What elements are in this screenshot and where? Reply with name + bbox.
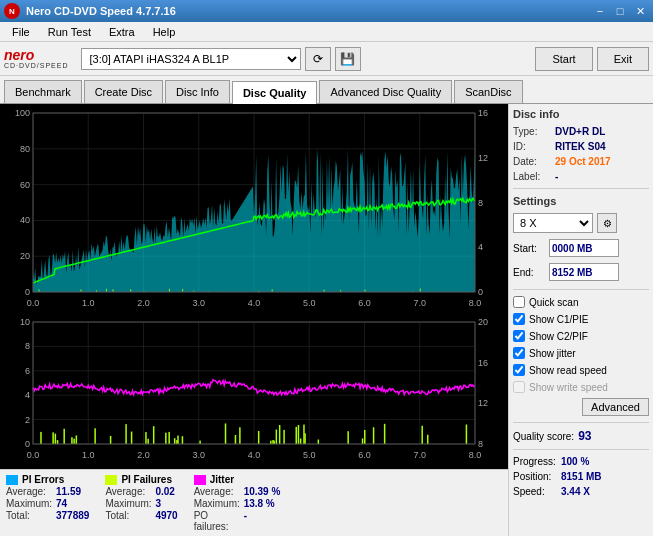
- tab-scan-disc[interactable]: ScanDisc: [454, 80, 522, 103]
- pi-errors-total-value: 377889: [56, 510, 89, 521]
- show-c1-pie-label: Show C1/PIE: [529, 314, 588, 325]
- show-write-speed-label: Show write speed: [529, 382, 608, 393]
- divider-2: [513, 289, 649, 290]
- disc-id-row: ID: RITEK S04: [513, 141, 649, 152]
- jitter-max-value: 13.8 %: [244, 498, 275, 509]
- pi-failures-title: PI Failures: [121, 474, 172, 485]
- start-mb-label: Start:: [513, 243, 545, 254]
- app-icon: N: [4, 3, 20, 19]
- drive-select[interactable]: [3:0] ATAPI iHAS324 A BL1P: [81, 48, 301, 70]
- divider-4: [513, 449, 649, 450]
- show-read-speed-checkbox[interactable]: [513, 364, 525, 376]
- disc-label-row: Label: -: [513, 171, 649, 182]
- disc-id-label: ID:: [513, 141, 551, 152]
- nero-logo: nero CD·DVD/SPEED: [4, 48, 69, 69]
- position-value: 8151 MB: [561, 471, 602, 482]
- maximize-button[interactable]: □: [611, 3, 629, 19]
- divider-3: [513, 422, 649, 423]
- pi-errors-title: PI Errors: [22, 474, 64, 485]
- exit-button[interactable]: Exit: [597, 47, 649, 71]
- disc-type-label: Type:: [513, 126, 551, 137]
- disc-id-value: RITEK S04: [555, 141, 606, 152]
- title-bar-left: N Nero CD-DVD Speed 4.7.7.16: [4, 3, 176, 19]
- end-mb-input[interactable]: [549, 263, 619, 281]
- show-c1-pie-checkbox[interactable]: [513, 313, 525, 325]
- legend-pi-failures: PI Failures Average: 0.02 Maximum: 3 Tot…: [105, 474, 177, 532]
- tab-create-disc[interactable]: Create Disc: [84, 80, 163, 103]
- pi-failures-total-label: Total:: [105, 510, 151, 521]
- advanced-button[interactable]: Advanced: [582, 398, 649, 416]
- disc-type-row: Type: DVD+R DL: [513, 126, 649, 137]
- disc-date-value: 29 Oct 2017: [555, 156, 611, 167]
- title-bar-text: Nero CD-DVD Speed 4.7.7.16: [26, 5, 176, 17]
- nero-logo-text: nero: [4, 48, 34, 62]
- refresh-button[interactable]: ⟳: [305, 47, 331, 71]
- menu-help[interactable]: Help: [145, 23, 184, 41]
- legend-pi-errors: PI Errors Average: 11.59 Maximum: 74 Tot…: [6, 474, 89, 532]
- menu-run-test[interactable]: Run Test: [40, 23, 99, 41]
- disc-date-row: Date: 29 Oct 2017: [513, 156, 649, 167]
- tab-disc-info[interactable]: Disc Info: [165, 80, 230, 103]
- menu-bar: File Run Test Extra Help: [0, 22, 653, 42]
- quick-scan-label: Quick scan: [529, 297, 578, 308]
- show-c2-pif-label: Show C2/PIF: [529, 331, 588, 342]
- show-jitter-checkbox[interactable]: [513, 347, 525, 359]
- nero-logo-sub: CD·DVD/SPEED: [4, 62, 69, 69]
- speed-value: 3.44 X: [561, 486, 590, 497]
- menu-extra[interactable]: Extra: [101, 23, 143, 41]
- jitter-avg-value: 10.39 %: [244, 486, 281, 497]
- speed-settings-row: 8 X ⚙: [513, 213, 649, 233]
- disc-label-value: -: [555, 171, 558, 182]
- disc-info-title: Disc info: [513, 108, 649, 120]
- show-c2-pif-checkbox[interactable]: [513, 330, 525, 342]
- show-write-speed-checkbox: [513, 381, 525, 393]
- save-button[interactable]: 💾: [335, 47, 361, 71]
- end-mb-label: End:: [513, 267, 545, 278]
- start-button[interactable]: Start: [535, 47, 592, 71]
- toolbar: nero CD·DVD/SPEED [3:0] ATAPI iHAS324 A …: [0, 42, 653, 76]
- quality-score-label: Quality score:: [513, 431, 574, 442]
- speed-select[interactable]: 8 X: [513, 213, 593, 233]
- pi-failures-avg-value: 0.02: [155, 486, 174, 497]
- checkbox-jitter: Show jitter: [513, 347, 649, 359]
- end-mb-row: End:: [513, 263, 649, 281]
- start-mb-input[interactable]: [549, 239, 619, 257]
- po-failures-label: PO failures:: [194, 510, 240, 532]
- tab-disc-quality[interactable]: Disc Quality: [232, 81, 318, 104]
- pi-failures-max-label: Maximum:: [105, 498, 151, 509]
- pi-failures-max-value: 3: [155, 498, 161, 509]
- lower-chart: [3, 316, 505, 466]
- menu-file[interactable]: File: [4, 23, 38, 41]
- progress-row: Progress: 100 %: [513, 456, 649, 467]
- disc-date-label: Date:: [513, 156, 551, 167]
- minimize-button[interactable]: −: [591, 3, 609, 19]
- tab-bar: Benchmark Create Disc Disc Info Disc Qua…: [0, 76, 653, 104]
- pi-errors-max-label: Maximum:: [6, 498, 52, 509]
- close-button[interactable]: ✕: [631, 3, 649, 19]
- pi-errors-max-value: 74: [56, 498, 67, 509]
- speed-label: Speed:: [513, 486, 557, 497]
- pi-errors-total-label: Total:: [6, 510, 52, 521]
- progress-value: 100 %: [561, 456, 589, 467]
- settings-icon-button[interactable]: ⚙: [597, 213, 617, 233]
- jitter-max-label: Maximum:: [194, 498, 240, 509]
- settings-title: Settings: [513, 195, 649, 207]
- tab-benchmark[interactable]: Benchmark: [4, 80, 82, 103]
- pi-failures-total-value: 4970: [155, 510, 177, 521]
- checkbox-c2-pif: Show C2/PIF: [513, 330, 649, 342]
- checkbox-quick-scan: Quick scan: [513, 296, 649, 308]
- position-label: Position:: [513, 471, 557, 482]
- position-row: Position: 8151 MB: [513, 471, 649, 482]
- right-panel: Disc info Type: DVD+R DL ID: RITEK S04 D…: [508, 104, 653, 536]
- jitter-color-dot: [194, 475, 206, 485]
- divider-1: [513, 188, 649, 189]
- po-failures-value: -: [244, 510, 247, 532]
- pi-failures-avg-label: Average:: [105, 486, 151, 497]
- upper-chart: [3, 107, 505, 314]
- tab-advanced-disc-quality[interactable]: Advanced Disc Quality: [319, 80, 452, 103]
- quick-scan-checkbox[interactable]: [513, 296, 525, 308]
- jitter-avg-label: Average:: [194, 486, 240, 497]
- disc-label-label: Label:: [513, 171, 551, 182]
- pi-errors-avg-label: Average:: [6, 486, 52, 497]
- legend-jitter: Jitter Average: 10.39 % Maximum: 13.8 % …: [194, 474, 281, 532]
